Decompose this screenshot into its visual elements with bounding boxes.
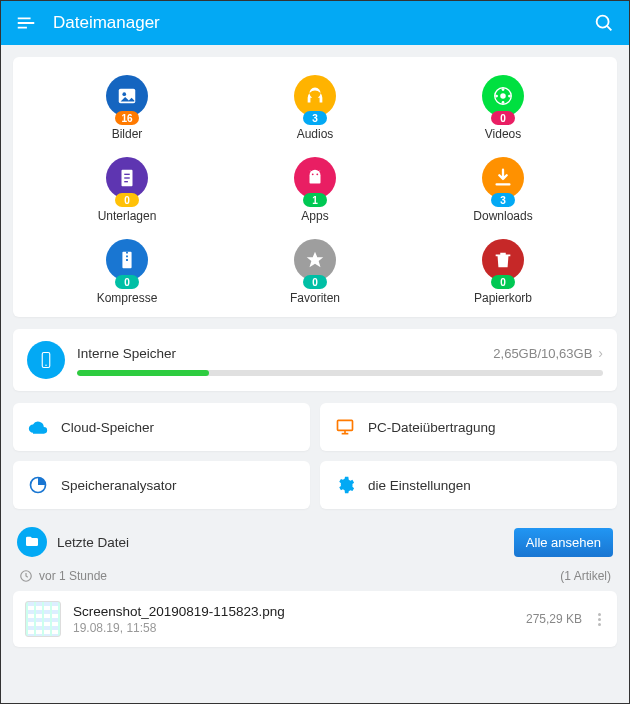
category-label: Bilder: [112, 127, 143, 141]
category-badge: 0: [303, 275, 327, 289]
chevron-right-icon: ›: [598, 345, 603, 361]
category-label: Audios: [297, 127, 334, 141]
svg-point-7: [502, 101, 505, 104]
category-label: Papierkorb: [474, 291, 532, 305]
pie-icon: [27, 474, 49, 496]
svg-point-8: [495, 95, 498, 98]
cloud-icon: [27, 416, 49, 438]
internal-storage[interactable]: Interne Speicher 2,65GB/10,63GB›: [13, 329, 617, 391]
app-topbar: Dateimanager: [1, 1, 629, 45]
monitor-icon: [334, 416, 356, 438]
pc-transfer-button[interactable]: PC-Dateiübertragung: [320, 403, 617, 451]
phone-icon: [27, 341, 65, 379]
app-title: Dateimanager: [53, 13, 160, 33]
category-label: Videos: [485, 127, 521, 141]
more-icon[interactable]: [594, 613, 605, 626]
recent-count: (1 Artikel): [560, 569, 611, 583]
recent-time: vor 1 Stunde: [39, 569, 107, 583]
category-zip[interactable]: 0 Kompresse: [33, 239, 221, 305]
category-badge: 16: [115, 111, 139, 125]
svg-point-15: [316, 173, 318, 175]
file-name: Screenshot_20190819-115823.png: [73, 604, 514, 619]
category-label: Kompresse: [97, 291, 158, 305]
category-image[interactable]: 16 Bilder: [33, 75, 221, 141]
svg-point-9: [508, 95, 511, 98]
category-trash[interactable]: 0 Papierkorb: [409, 239, 597, 305]
svg-line-1: [607, 26, 611, 30]
file-thumbnail: [25, 601, 61, 637]
category-download[interactable]: 3 Downloads: [409, 157, 597, 223]
storage-value: 2,65GB/10,63GB: [493, 346, 592, 361]
category-badge: 0: [115, 193, 139, 207]
svg-point-14: [312, 173, 314, 175]
clock-icon: [19, 569, 33, 583]
file-size: 275,29 KB: [526, 612, 582, 626]
category-android[interactable]: 1 Apps: [221, 157, 409, 223]
category-label: Unterlagen: [98, 209, 157, 223]
gear-icon: [334, 474, 356, 496]
cloud-storage-button[interactable]: Cloud-Speicher: [13, 403, 310, 451]
category-badge: 0: [491, 111, 515, 125]
category-badge: 1: [303, 193, 327, 207]
svg-point-6: [502, 88, 505, 91]
category-badge: 0: [491, 275, 515, 289]
settings-button[interactable]: die Einstellungen: [320, 461, 617, 509]
svg-point-3: [122, 92, 126, 96]
category-document[interactable]: 0 Unterlagen: [33, 157, 221, 223]
category-label: Apps: [301, 209, 328, 223]
category-badge: 3: [303, 111, 327, 125]
svg-point-5: [500, 93, 506, 99]
svg-rect-21: [338, 420, 353, 430]
category-star[interactable]: 0 Favoriten: [221, 239, 409, 305]
category-badge: 3: [491, 193, 515, 207]
view-all-button[interactable]: Alle ansehen: [514, 528, 613, 557]
category-headphones[interactable]: 3 Audios: [221, 75, 409, 141]
storage-bar: [77, 370, 603, 376]
file-date: 19.08.19, 11:58: [73, 621, 514, 635]
storage-analyzer-button[interactable]: Speicheranalysator: [13, 461, 310, 509]
category-badge: 0: [115, 275, 139, 289]
recent-title: Letzte Datei: [57, 535, 129, 550]
search-icon[interactable]: [593, 12, 615, 34]
category-video[interactable]: 0 Videos: [409, 75, 597, 141]
svg-point-0: [597, 16, 609, 28]
category-grid: 16 Bilder 3 Audios 0 Videos 0 Unterlagen…: [13, 57, 617, 317]
category-label: Favoriten: [290, 291, 340, 305]
storage-title: Interne Speicher: [77, 346, 176, 361]
category-label: Downloads: [473, 209, 532, 223]
file-item[interactable]: Screenshot_20190819-115823.png 19.08.19,…: [13, 591, 617, 647]
folder-recent-icon: [17, 527, 47, 557]
svg-point-20: [45, 365, 47, 367]
menu-icon[interactable]: [15, 12, 37, 34]
